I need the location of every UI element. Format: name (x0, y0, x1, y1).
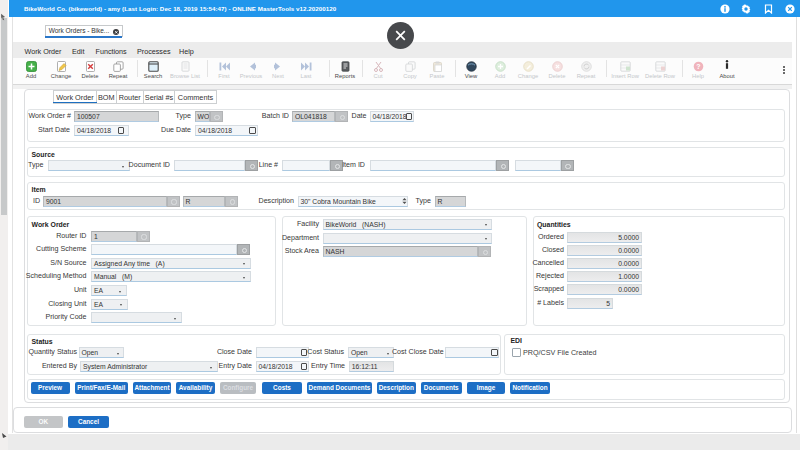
svg-text:?: ? (696, 63, 700, 70)
